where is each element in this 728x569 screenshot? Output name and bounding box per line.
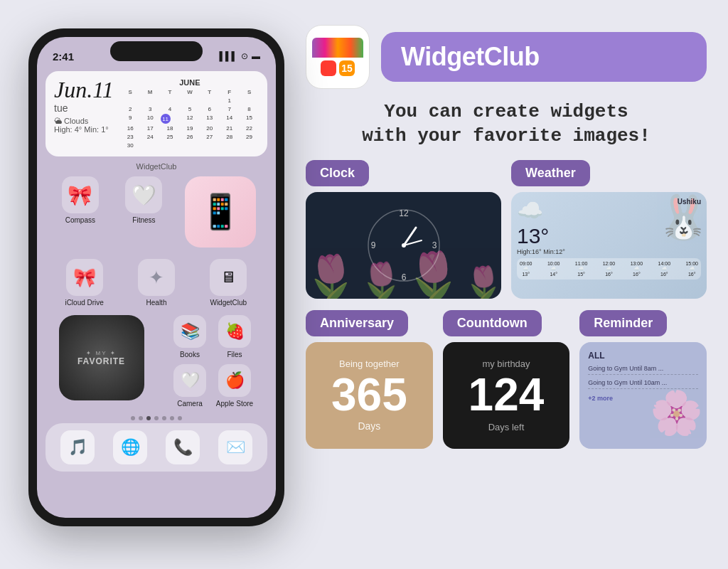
anniversary-sub: Being together <box>339 358 400 369</box>
camera-app[interactable]: 🤍 Camera <box>171 364 210 408</box>
page-dots <box>37 416 276 420</box>
fitness-icon: 🤍 <box>125 176 162 213</box>
weather-badge: Weather <box>511 160 590 186</box>
calendar-widget[interactable]: Jun.11 tue 🌥 Clouds High: 4° Min: 1° JUN… <box>46 71 267 156</box>
signal-icon: ▌▌▌ <box>219 51 237 61</box>
apple-store-icon: 🍎 <box>218 364 251 397</box>
cal-month: JUNE <box>121 78 259 87</box>
top-widgets-row: Clock 🌷 🌷 🌷 🌷 12 3 <box>306 160 707 299</box>
cal-weather: 🌥 Clouds High: 4° Min: 1° <box>54 117 114 134</box>
app-name-badge: WidgetClub <box>381 32 707 82</box>
phone-widget-large[interactable]: 📱 <box>185 176 256 248</box>
dot-7[interactable] <box>178 416 182 420</box>
cal-left: Jun.11 tue 🌥 Clouds High: 4° Min: 1° <box>54 78 114 134</box>
battery-icon: ▬ <box>252 51 260 61</box>
anniversary-num: 365 <box>331 372 407 418</box>
dot-6[interactable] <box>170 416 174 420</box>
files-app[interactable]: 🍓 Files <box>215 315 255 358</box>
main-container: 2:41 ▌▌▌ ⊙ ▬ Jun.11 tue 🌥 Clouds High <box>0 0 728 569</box>
anniversary-widget[interactable]: Being together 365 Days <box>306 342 433 449</box>
files-icon: 🍓 <box>218 315 251 348</box>
dock-music-icon[interactable]: 🎵 <box>60 430 95 464</box>
dot-5[interactable] <box>162 416 166 420</box>
dot-1[interactable] <box>131 416 135 420</box>
fav-star-top: ✦ MY ✦ <box>86 350 116 356</box>
countdown-unit: Days left <box>488 422 525 432</box>
clock-face: 12 3 6 9 <box>365 206 443 284</box>
svg-text:12: 12 <box>399 208 409 218</box>
tagline: You can create widgets with your favorit… <box>306 100 707 149</box>
anniversary-unit: Days <box>358 420 380 432</box>
dot-2[interactable] <box>139 416 143 420</box>
countdown-num: 124 <box>469 372 545 418</box>
small-app-row-2: 🤍 Camera 🍎 Apple Store <box>171 364 255 408</box>
dock-phone-icon[interactable]: 📞 <box>166 430 200 464</box>
reminder-flower-icon: 🌸 <box>650 392 707 449</box>
weather-hour-1: 09:00☁️13° <box>520 261 532 277</box>
files-label: Files <box>227 351 242 358</box>
dock-safari-icon[interactable]: 🌐 <box>113 430 147 464</box>
app-header: 15 WidgetClub <box>306 25 707 89</box>
reminder-item-1: Going to Gym Until 8am ... <box>588 365 698 375</box>
info-section: 15 WidgetClub You can create widgets wit… <box>306 21 707 449</box>
weather-section: Weather 🐰 ☁️ Ushiku 13° High:16° Min:12° <box>511 160 707 299</box>
phone-notch <box>110 41 203 61</box>
apple-store-app[interactable]: 🍎 Apple Store <box>215 364 255 408</box>
books-label: Books <box>180 351 200 358</box>
dot-4[interactable] <box>154 416 159 420</box>
phone-section: 2:41 ▌▌▌ ⊙ ▬ Jun.11 tue 🌥 Clouds High <box>28 28 284 526</box>
weather-hour-4: 12:00☁️16° <box>603 261 616 277</box>
reminder-title: ALL <box>588 351 698 361</box>
bottom-widgets-row: Anniversary Being together 365 Days Coun… <box>306 310 707 449</box>
icon-stripe <box>312 38 363 58</box>
widgetclub-app-icon[interactable]: 15 <box>306 25 370 89</box>
weather-cloud-icon: ☁️ <box>517 198 543 223</box>
dot-3[interactable] <box>146 416 151 420</box>
camera-label: Camera <box>177 400 203 408</box>
reminder-widget[interactable]: 🌸 ALL Going to Gym Until 8am ... Going t… <box>579 342 707 449</box>
widgetclub-app[interactable]: 🖥 WidgetClub <box>205 259 252 307</box>
tagline-line1: You can create widgets <box>306 100 707 124</box>
weather-city: Ushiku <box>678 198 701 206</box>
weather-hour-6: 14:00☁️16° <box>658 261 671 277</box>
icon-squares: 15 <box>321 60 355 76</box>
icon-sq-red <box>321 60 336 76</box>
books-icon: 📚 <box>173 315 206 348</box>
compass-app[interactable]: 🎀 Compass <box>57 176 103 248</box>
countdown-widget[interactable]: my birthday 124 Days left <box>443 342 570 449</box>
reminder-badge: Reminder <box>579 310 667 336</box>
fitness-app[interactable]: 🤍 Fitness <box>121 176 167 248</box>
weather-range: High:16° Min:12° <box>517 248 701 255</box>
health-app[interactable]: ✦ Health <box>133 259 179 307</box>
large-widget-row: ✦ MY ✦ FAVORITE 📚 Books <box>37 312 276 410</box>
svg-text:6: 6 <box>401 272 406 282</box>
books-app[interactable]: 📚 Books <box>171 315 210 358</box>
clock-widget-preview[interactable]: 🌷 🌷 🌷 🌷 12 3 6 9 <box>306 192 501 299</box>
compass-label: Compass <box>65 216 95 224</box>
clock-section: Clock 🌷 🌷 🌷 🌷 12 3 <box>306 160 501 299</box>
fav-text: FAVORITE <box>77 356 125 366</box>
phone-screen: 2:41 ▌▌▌ ⊙ ▬ Jun.11 tue 🌥 Clouds High <box>37 37 276 518</box>
cal-right: JUNE S M T W T F S <box>121 78 259 149</box>
phone-frame: 2:41 ▌▌▌ ⊙ ▬ Jun.11 tue 🌥 Clouds High <box>28 28 284 526</box>
weather-widget-preview[interactable]: 🐰 ☁️ Ushiku 13° High:16° Min:12° <box>511 192 707 299</box>
dock: 🎵 🌐 📞 ✉️ <box>46 423 267 472</box>
app-row-1: 🎀 Compass 🤍 Fitness 📱 <box>37 171 276 253</box>
weather-hour-3: 11:00☁️15° <box>575 261 588 277</box>
svg-text:9: 9 <box>370 240 375 250</box>
status-time: 2:41 <box>53 50 74 63</box>
icon-sq-orange: 15 <box>339 60 355 76</box>
reminder-section: Reminder 🌸 ALL Going to Gym Until 8am ..… <box>579 310 707 449</box>
svg-point-7 <box>402 243 406 248</box>
countdown-sub: my birthday <box>482 358 530 369</box>
reminder-item-2: Going to Gym Until 10am ... <box>588 379 698 389</box>
app-row-2: 🎀 iCloud Drive ✦ Health 🖥 <box>37 253 276 312</box>
my-favorite-widget[interactable]: ✦ MY ✦ FAVORITE <box>59 315 144 400</box>
health-label: Health <box>146 299 167 307</box>
dock-mail-icon[interactable]: ✉️ <box>218 430 252 464</box>
svg-text:3: 3 <box>432 240 437 250</box>
widgetclub-app-label: WidgetClub <box>210 299 247 307</box>
phone-widget-img: 📱 <box>185 176 256 248</box>
icloud-app[interactable]: 🎀 iCloud Drive <box>61 259 107 307</box>
weather-hourly: 09:00☁️13° 10:00☁️14° 11:00☁️15° 12:00☁️… <box>517 258 701 280</box>
